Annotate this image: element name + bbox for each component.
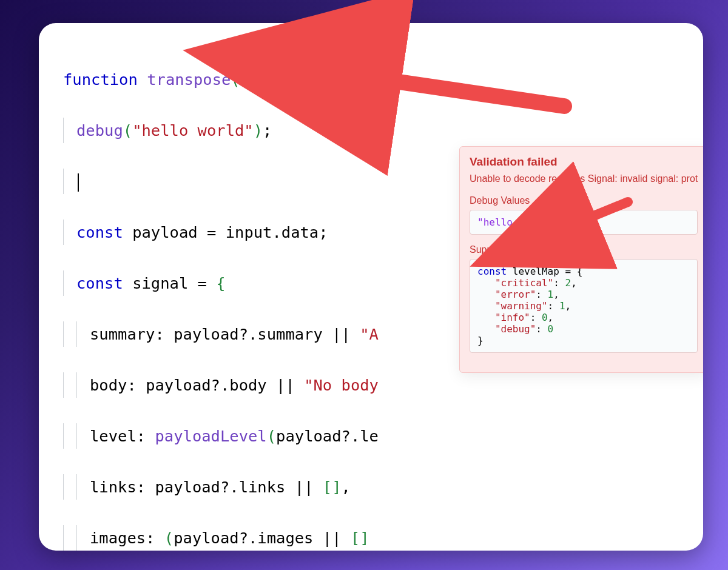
supplied-function-label: Supplied Function [470,244,698,255]
param-name: input [240,70,287,89]
debug-values-label: Debug Values [470,195,698,206]
code-line-8: level: payloadLevel(payload?.le [63,423,703,449]
code-line-10: images: (payload?.images || [] [63,525,703,551]
validation-title: Validation failed [470,155,698,169]
function-name: transpose [147,70,231,89]
supplied-function-box: const levelMap = { "critical": 2, "error… [470,259,698,353]
keyword-function: function [63,70,138,89]
code-line-1: function transpose(input) { [63,67,703,92]
string-hello-world: "hello world" [132,121,254,139]
validation-message: Unable to decode result as Signal: inval… [470,173,698,184]
call-debug: debug [76,121,123,139]
paren-close: ) [286,70,295,89]
code-line-2: debug("hello world"); [63,118,703,143]
debug-values-box: "hello world" [470,210,698,235]
code-line-7: body: payload?.body || "No body [63,372,703,398]
code-card: function transpose(input) { debug("hello… [39,23,703,551]
paren-open: ( [231,70,240,89]
validation-panel: Validation failed Unable to decode resul… [459,146,703,373]
text-cursor [78,173,79,192]
open-brace-highlighted: { [305,70,315,89]
debug-value: "hello world" [477,216,553,228]
code-line-9: links: payload?.links || [], [63,474,703,500]
